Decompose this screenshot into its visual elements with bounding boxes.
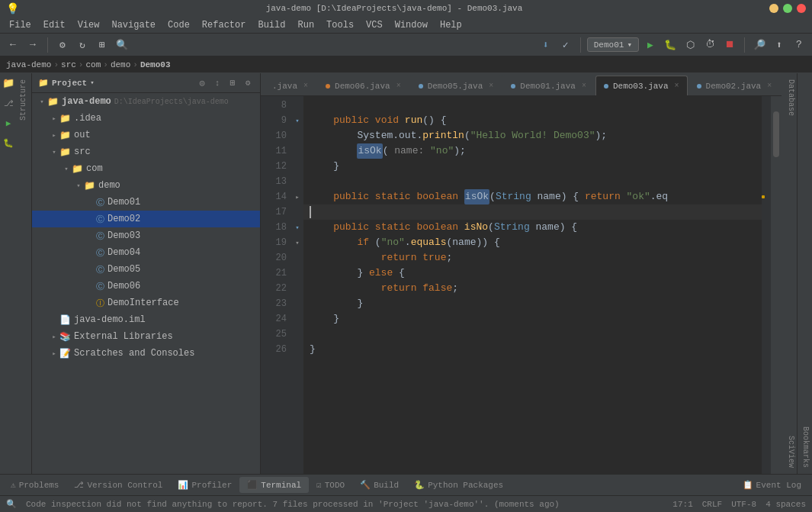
- tree-src[interactable]: ▾ 📁 src: [32, 143, 260, 160]
- settings-button[interactable]: ⚙: [54, 37, 71, 53]
- vcs-commit-button[interactable]: ✓: [557, 37, 574, 53]
- bottom-tab-todo[interactable]: ☑ TODO: [309, 477, 352, 493]
- run-button[interactable]: ▶: [642, 37, 659, 53]
- breadcrumb-part-3[interactable]: com: [85, 60, 101, 69]
- file-tab-demo06[interactable]: Demo06.java ×: [317, 76, 409, 95]
- breadcrumb-part-1[interactable]: java-demo: [6, 60, 51, 69]
- bottom-tab-build[interactable]: 🔨 Build: [352, 477, 406, 493]
- bookmarks-tab[interactable]: Bookmarks: [797, 73, 812, 474]
- panel-expand-icon[interactable]: ⊞: [226, 77, 239, 89]
- menu-item-refactor[interactable]: Refactor: [196, 18, 252, 32]
- layout-button[interactable]: ⊞: [94, 37, 111, 53]
- sciview-tab[interactable]: SciView: [782, 430, 797, 474]
- database-tab[interactable]: Database: [782, 73, 797, 122]
- tree-scratches[interactable]: ▸ 📝 Scratches and Consoles: [32, 345, 260, 362]
- tab-demo05-close[interactable]: ×: [489, 82, 493, 90]
- profile-button[interactable]: ⏱: [701, 37, 718, 53]
- menu-item-edit[interactable]: Edit: [37, 18, 72, 32]
- tree-out[interactable]: ▸ 📁 out: [32, 127, 260, 143]
- panel-locate-icon[interactable]: ◎: [196, 77, 208, 89]
- bottom-tab-python[interactable]: 🐍 Python Packages: [406, 477, 511, 493]
- menu-item-run[interactable]: Run: [291, 18, 320, 32]
- search-everywhere-button[interactable]: 🔍: [114, 37, 130, 53]
- bottom-tab-terminal[interactable]: ⬛ Terminal: [239, 477, 309, 493]
- status-inspect-icon[interactable]: 🔍: [6, 499, 17, 509]
- structure-tab[interactable]: Structure: [17, 73, 32, 474]
- menu-item-view[interactable]: View: [72, 18, 106, 32]
- search-button[interactable]: 🔎: [751, 37, 768, 53]
- close-button[interactable]: [797, 4, 806, 13]
- code-content[interactable]: public void run() { System.out.println("…: [303, 96, 762, 474]
- tree-demo06[interactable]: ▸ Ⓒ Demo06: [32, 278, 260, 295]
- run-icon[interactable]: ▶: [2, 116, 15, 130]
- menu-item-file[interactable]: File: [3, 18, 37, 32]
- menu-item-navigate[interactable]: Navigate: [105, 18, 162, 32]
- editor-scrollbar[interactable]: [771, 96, 782, 474]
- maximize-button[interactable]: [783, 4, 792, 13]
- menu-item-help[interactable]: Help: [434, 18, 468, 32]
- coverage-button[interactable]: ⬡: [682, 37, 698, 53]
- forward-button[interactable]: →: [24, 37, 41, 53]
- tree-demo04[interactable]: ▸ Ⓒ Demo04: [32, 244, 260, 261]
- menu-item-window[interactable]: Window: [389, 18, 434, 32]
- panel-scroll-icon[interactable]: ↕: [211, 77, 223, 89]
- back-button[interactable]: ←: [5, 37, 21, 53]
- breadcrumb-part-5[interactable]: Demo03: [140, 60, 171, 69]
- scrollbar-thumb[interactable]: [773, 111, 779, 157]
- code-editor[interactable]: 8 9 10 11 12 13 14 17 18 19 20 21 22 23 …: [261, 96, 782, 474]
- file-tab-demo02[interactable]: Demo02.java ×: [688, 76, 781, 95]
- stop-button[interactable]: ⏹: [721, 37, 738, 53]
- menu-item-vcs[interactable]: VCS: [360, 18, 389, 32]
- extlibs-label: External Libraries: [74, 331, 173, 342]
- panel-dropdown-icon[interactable]: ▾: [90, 79, 94, 87]
- menu-item-code[interactable]: Code: [162, 18, 196, 32]
- update-button[interactable]: ⬆: [771, 37, 788, 53]
- commit-icon[interactable]: ⎇: [2, 96, 15, 110]
- tab-demo06-close[interactable]: ×: [396, 82, 401, 90]
- gutter-9[interactable]: ▾: [291, 113, 303, 128]
- tab-demo03-close[interactable]: ×: [675, 82, 679, 90]
- debug-button[interactable]: 🐛: [662, 37, 679, 53]
- gutter-18[interactable]: ▾: [291, 220, 303, 235]
- status-encoding[interactable]: UTF-8: [731, 500, 756, 509]
- vcs-update-button[interactable]: ⬇: [538, 37, 554, 53]
- status-line-ending[interactable]: CRLF: [702, 500, 722, 509]
- status-indent[interactable]: 4 spaces: [765, 500, 806, 509]
- tree-demo[interactable]: ▾ 📁 demo: [32, 177, 260, 194]
- tree-idea[interactable]: ▸ 📁 .idea: [32, 110, 260, 127]
- project-icon[interactable]: 📁: [2, 76, 15, 90]
- gutter-19[interactable]: ▾: [291, 235, 303, 250]
- bottom-tab-eventlog[interactable]: 📋 Event Log: [735, 477, 809, 493]
- tree-demointerface[interactable]: ▸ Ⓘ DemoInterface: [32, 295, 260, 311]
- help-button[interactable]: ?: [791, 37, 807, 53]
- gutter-14[interactable]: ▸: [291, 189, 303, 204]
- run-config-selector[interactable]: Demo01 ▾: [587, 37, 639, 52]
- tree-demo02[interactable]: ▸ Ⓒ Demo02: [32, 211, 260, 227]
- bottom-tab-vcs[interactable]: ⎇ Version Control: [66, 477, 170, 493]
- status-position[interactable]: 17:1: [672, 500, 692, 509]
- file-tab-demo01[interactable]: Demo01.java ×: [502, 76, 595, 95]
- minimize-button[interactable]: [769, 4, 778, 13]
- file-tab-demo05[interactable]: Demo05.java ×: [410, 76, 502, 95]
- tree-root[interactable]: ▾ 📁 java-demo D:\IdeaProjects\java-demo: [32, 93, 260, 110]
- tab-demo01-close[interactable]: ×: [582, 82, 586, 90]
- tab-demo02-close[interactable]: ×: [767, 82, 772, 90]
- bottom-tab-problems[interactable]: ⚠ Problems: [3, 477, 66, 493]
- bottom-tab-profiler[interactable]: 📊 Profiler: [170, 477, 239, 493]
- file-tab-1[interactable]: .java ×: [264, 76, 316, 95]
- breadcrumb-part-2[interactable]: src: [61, 60, 76, 69]
- tree-demo03[interactable]: ▸ Ⓒ Demo03: [32, 227, 260, 244]
- breadcrumb-part-4[interactable]: demo: [111, 60, 130, 69]
- tree-extlibs[interactable]: ▸ 📚 External Libraries: [32, 328, 260, 345]
- tree-demo05[interactable]: ▸ Ⓒ Demo05: [32, 261, 260, 278]
- tab1-close[interactable]: ×: [303, 82, 308, 90]
- sync-button[interactable]: ↻: [74, 37, 91, 53]
- tree-demo01[interactable]: ▸ Ⓒ Demo01: [32, 194, 260, 211]
- tree-iml[interactable]: ▸ 📄 java-demo.iml: [32, 311, 260, 328]
- file-tab-demo03[interactable]: Demo03.java ×: [595, 76, 688, 95]
- menu-item-tools[interactable]: Tools: [320, 18, 360, 32]
- menu-item-build[interactable]: Build: [252, 18, 291, 32]
- debug-icon[interactable]: 🐛: [2, 136, 15, 150]
- tree-com[interactable]: ▾ 📁 com: [32, 160, 260, 177]
- panel-settings-icon[interactable]: ⚙: [242, 77, 254, 89]
